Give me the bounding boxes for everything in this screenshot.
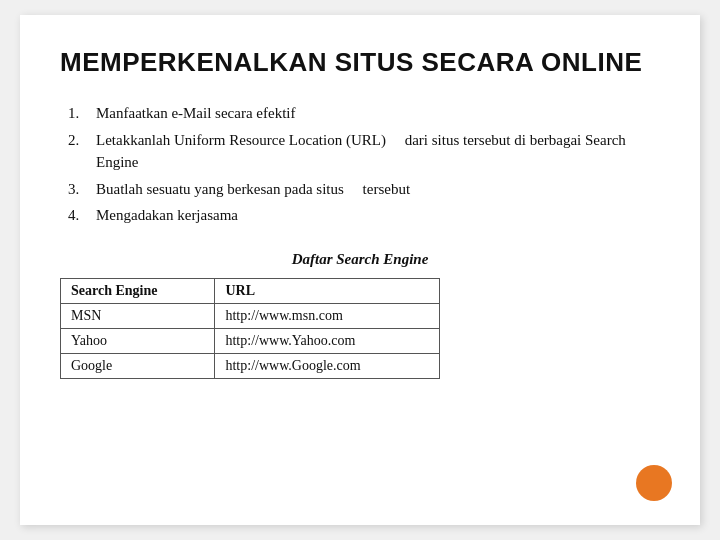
list-number: 3.: [60, 178, 96, 201]
daftar-title: Daftar Search Engine: [60, 251, 660, 268]
list-text: Letakkanlah Uniform Resource Location (U…: [96, 129, 660, 174]
list-number: 4.: [60, 204, 96, 227]
table-cell-engine: Google: [61, 353, 215, 378]
table-cell-engine: Yahoo: [61, 328, 215, 353]
table-cell-url: http://www.msn.com: [215, 303, 440, 328]
table-row: Google http://www.Google.com: [61, 353, 440, 378]
list-text: Buatlah sesuatu yang berkesan pada situs…: [96, 178, 410, 201]
table-cell-url: http://www.Google.com: [215, 353, 440, 378]
daftar-section: Daftar Search Engine Search Engine URL M…: [60, 251, 660, 379]
list-item: 1. Manfaatkan e-Mail secara efektif: [60, 102, 660, 125]
table-header-engine: Search Engine: [61, 278, 215, 303]
list-text: Mengadakan kerjasama: [96, 204, 238, 227]
list-text: Manfaatkan e-Mail secara efektif: [96, 102, 295, 125]
table-row: MSN http://www.msn.com: [61, 303, 440, 328]
list-number: 2.: [60, 129, 96, 152]
search-table: Search Engine URL MSN http://www.msn.com…: [60, 278, 440, 379]
slide-title: MEMPERKENALKAN SITUS SECARA ONLINE: [60, 47, 660, 78]
list-item: 4. Mengadakan kerjasama: [60, 204, 660, 227]
table-row: Yahoo http://www.Yahoo.com: [61, 328, 440, 353]
table-cell-url: http://www.Yahoo.com: [215, 328, 440, 353]
list-item: 3. Buatlah sesuatu yang berkesan pada si…: [60, 178, 660, 201]
list-number: 1.: [60, 102, 96, 125]
table-header-url: URL: [215, 278, 440, 303]
slide: MEMPERKENALKAN SITUS SECARA ONLINE 1. Ma…: [20, 15, 700, 525]
orange-circle-decoration: [636, 465, 672, 501]
content-list: 1. Manfaatkan e-Mail secara efektif 2. L…: [60, 102, 660, 227]
list-item: 2. Letakkanlah Uniform Resource Location…: [60, 129, 660, 174]
table-cell-engine: MSN: [61, 303, 215, 328]
